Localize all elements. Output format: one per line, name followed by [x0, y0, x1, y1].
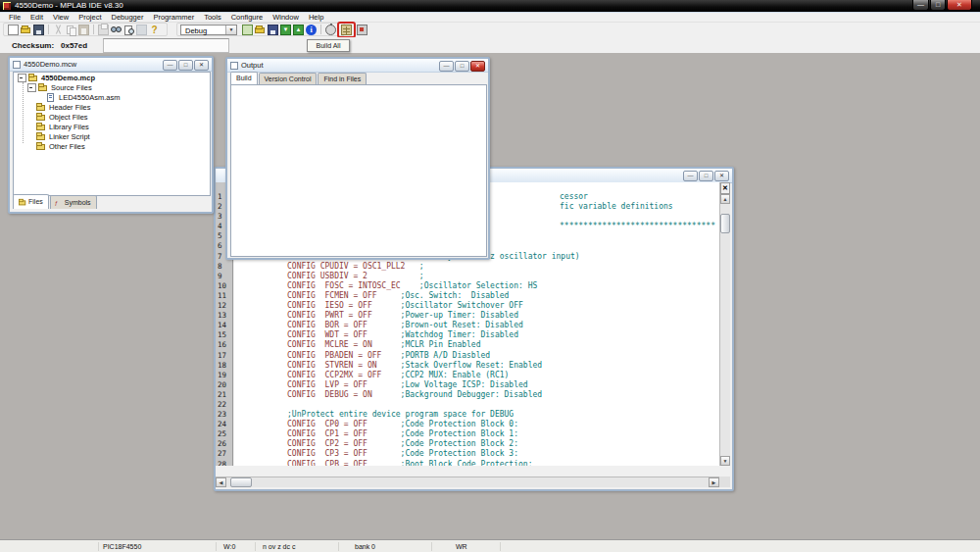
tree-item-object-files[interactable]: Object Files	[14, 112, 210, 122]
scroll-left-icon[interactable]: ◀	[216, 477, 226, 487]
menubar: FileEditViewProjectDebuggerProgrammerToo…	[0, 13, 980, 23]
checksum-toolbar: Checksum: 0x57ed Build All	[0, 37, 980, 54]
tree-item-source-files[interactable]: Source Files	[14, 82, 210, 92]
debug-mode-select[interactable]: Debug ▼	[180, 25, 237, 35]
scroll-down-icon[interactable]: ▼	[720, 456, 730, 466]
code-line: CONFIG IESO = OFF ;Oscillator Switchover…	[234, 301, 721, 311]
save-workspace-icon[interactable]	[268, 25, 278, 35]
menu-tools[interactable]: Tools	[199, 13, 226, 23]
horizontal-scroll-thumb[interactable]	[230, 477, 252, 487]
line-number: 16	[216, 340, 232, 350]
chevron-down-icon[interactable]: ▼	[225, 25, 236, 34]
editor-close-button[interactable]: ✕	[714, 171, 729, 181]
menu-programmer[interactable]: Programmer	[148, 13, 199, 23]
checksum-panel	[103, 38, 229, 53]
code-line: CONFIG STVREN = ON ;Stack Overflow Reset…	[234, 361, 721, 371]
code-line	[234, 400, 721, 410]
menu-help[interactable]: Help	[304, 13, 328, 23]
code-fragment: cessor	[560, 192, 588, 202]
build-options-icon[interactable]	[357, 25, 368, 35]
line-number: 19	[216, 371, 232, 380]
editor-horizontal-scrollbar[interactable]: ◀ ▶	[216, 477, 719, 487]
menu-configure[interactable]: Configure	[226, 13, 269, 23]
checksum-value: 0x57ed	[61, 41, 87, 50]
find-icon[interactable]	[111, 25, 122, 35]
vertical-scroll-thumb[interactable]	[720, 214, 730, 233]
cut-icon[interactable]	[53, 25, 64, 35]
output-titlebar[interactable]: Output — □ ✕	[227, 59, 488, 73]
save-file-icon[interactable]	[33, 25, 44, 35]
read-target-icon[interactable]: ▲	[293, 25, 304, 35]
tree-expander-icon[interactable]	[18, 74, 26, 82]
tab-files[interactable]: Files	[13, 194, 49, 209]
copy-icon[interactable]	[66, 25, 76, 35]
editor-minimize-button[interactable]: —	[683, 171, 698, 181]
project-maximize-button[interactable]: □	[178, 60, 193, 71]
menu-debugger[interactable]: Debugger	[107, 13, 149, 23]
program-target-icon[interactable]: ▼	[280, 25, 291, 35]
menu-view[interactable]: View	[48, 13, 74, 23]
project-titlebar[interactable]: 4550Demo.mcw — □ ✕	[10, 58, 212, 72]
line-number: 15	[216, 330, 232, 340]
tree-item-label: Object Files	[49, 113, 88, 122]
tree-item-other-files[interactable]: Other Files	[14, 141, 210, 151]
code-line: CONFIG PBADEN = OFF ;PORTB A/D Diasbled	[234, 351, 721, 361]
project-minimize-button[interactable]: —	[163, 60, 177, 71]
editor-vertical-scrollbar[interactable]: ✕ ▲ ▼	[719, 182, 730, 466]
file-icon	[46, 93, 56, 102]
folder-icon	[36, 142, 46, 151]
build-all-tooltip: Build All	[307, 39, 350, 52]
close-button[interactable]: ✕	[947, 0, 972, 11]
build-output-area[interactable]	[230, 84, 487, 257]
code-line: CONFIG CP2 = OFF ;Code Protection Block …	[234, 439, 721, 449]
menu-window[interactable]: Window	[268, 13, 304, 23]
maximize-button[interactable]: □	[930, 0, 946, 11]
new-project-icon[interactable]	[242, 25, 253, 35]
output-tab-version-control[interactable]: Version Control	[259, 73, 318, 84]
code-fragment: fic variable definitions	[560, 202, 673, 212]
editor-maximize-button[interactable]: □	[699, 171, 713, 181]
tree-item-led4550asm-asm[interactable]: LED4550Asm.asm	[14, 92, 210, 102]
output-minimize-button[interactable]: —	[439, 61, 454, 72]
open-file-icon[interactable]	[255, 25, 266, 35]
output-maximize-button[interactable]: □	[455, 61, 469, 72]
device-info-icon[interactable]: i	[306, 25, 317, 35]
line-number: 14	[216, 321, 232, 330]
print-icon[interactable]	[98, 25, 109, 35]
tree-item-linker-script[interactable]: Linker Script	[14, 131, 210, 141]
menu-file[interactable]: File	[4, 13, 25, 23]
menu-edit[interactable]: Edit	[25, 13, 48, 23]
output-close-button[interactable]: ✕	[470, 61, 485, 72]
output-tab-find-in-files[interactable]: Find in Files	[318, 73, 367, 84]
titlebar: 4550Demo - MPLAB IDE v8.30 — □ ✕	[0, 0, 980, 13]
paste-icon[interactable]	[78, 25, 89, 35]
status-mode: WR	[456, 540, 467, 552]
output-tab-build[interactable]: Build	[230, 72, 258, 84]
scroll-right-icon[interactable]: ▶	[709, 477, 719, 487]
checksum-label: Checksum:	[12, 41, 54, 50]
help-icon[interactable]: ?	[149, 25, 160, 35]
minimize-button[interactable]: —	[912, 0, 929, 11]
line-number: 26	[216, 439, 232, 449]
editor-pane-close-icon[interactable]: ✕	[720, 182, 730, 194]
find-in-files-icon[interactable]	[123, 25, 134, 35]
project-tree: 4550Demo.mcpSource FilesLED4550Asm.asmHe…	[13, 72, 211, 196]
line-number: 23	[216, 410, 232, 420]
menu-project[interactable]: Project	[74, 13, 106, 23]
tree-item-4550demo-mcp[interactable]: 4550Demo.mcp	[14, 73, 210, 82]
tree-expander-icon[interactable]	[27, 83, 36, 92]
tab-symbols[interactable]: ƒSymbols	[50, 195, 97, 209]
tree-item-library-files[interactable]: Library Files	[14, 122, 210, 131]
standard-toolbar: ?	[3, 23, 168, 36]
tree-item-header-files[interactable]: Header Files	[14, 102, 210, 112]
output-icon	[230, 62, 238, 70]
project-close-button[interactable]: ✕	[194, 60, 209, 71]
tree-item-label: Library Files	[49, 123, 89, 131]
build-all-icon[interactable]	[341, 25, 352, 35]
project-view-tabs: FilesƒSymbols	[13, 195, 98, 209]
bookmark-icon[interactable]	[136, 25, 147, 35]
open-file-icon[interactable]	[21, 25, 31, 35]
stopwatch-icon[interactable]	[325, 25, 336, 35]
scroll-up-icon[interactable]: ▲	[720, 194, 730, 204]
new-file-icon[interactable]	[8, 25, 19, 35]
